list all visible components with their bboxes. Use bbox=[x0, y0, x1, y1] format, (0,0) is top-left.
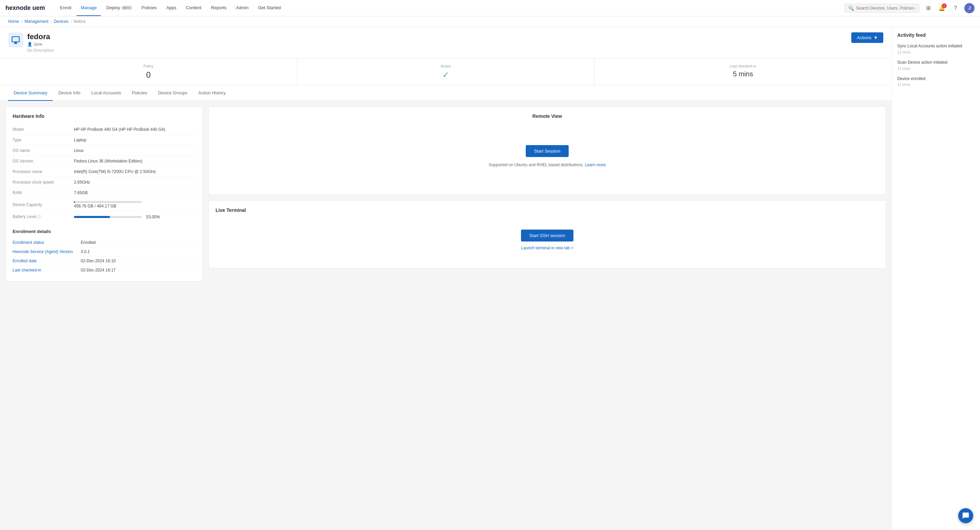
breadcrumb-sep-3: › bbox=[70, 19, 72, 24]
info-row-capacity: Device Capacity 458.76 GB / 464.17 GB bbox=[13, 198, 196, 212]
tab-policies[interactable]: Policies bbox=[126, 86, 153, 101]
nav-policies[interactable]: Policies bbox=[138, 0, 161, 16]
device-name: fedora bbox=[27, 32, 54, 41]
device-desc: No Description bbox=[27, 48, 54, 53]
remote-view-title: Remote View bbox=[533, 113, 562, 119]
info-val-procname: Intel(R) Core(TM) i5-7200U CPU @ 2.50GHz bbox=[74, 169, 196, 174]
notification-badge: 2 bbox=[942, 3, 947, 8]
info-val-ram: 7.65GB bbox=[74, 190, 196, 195]
feed-item-time-2: 11 mins bbox=[897, 67, 975, 70]
nav-enroll[interactable]: Enroll bbox=[56, 0, 75, 16]
actions-button[interactable]: Actions ▼ bbox=[851, 32, 883, 43]
grid-icon[interactable]: ⊞ bbox=[923, 3, 933, 13]
search-icon: 🔍 bbox=[848, 5, 854, 11]
enrollment-title: Enrollment details bbox=[13, 229, 196, 234]
enroll-row-status: Enrollment status Enrolled bbox=[13, 238, 196, 247]
notification-icon[interactable]: 🔔 2 bbox=[937, 3, 947, 13]
feed-item-text-1: Sync Local Accounts action initiated bbox=[897, 43, 975, 49]
info-key-procname: Processor name bbox=[13, 169, 74, 174]
hardware-card: Hardware Info Model HP HP ProBook 440 G4… bbox=[5, 106, 203, 282]
info-val-model: HP HP ProBook 440 G4 (HP HP ProBook 440 … bbox=[74, 127, 196, 132]
tab-device-groups[interactable]: Device Groups bbox=[153, 86, 193, 101]
breadcrumb-sep-1: › bbox=[21, 19, 22, 24]
tabs-bar: Device Summary Device Info Local Account… bbox=[0, 86, 891, 101]
info-val-battery: 53.00% bbox=[74, 215, 196, 220]
enroll-val-checkin: 02-Dec-2024 16:17 bbox=[81, 268, 196, 272]
top-nav: hexnode uem Enroll Manage Deploy BETA Po… bbox=[0, 0, 980, 16]
info-key-ram: RAM bbox=[13, 190, 74, 195]
device-icon bbox=[8, 32, 23, 47]
live-terminal-inner: Start SSH session Launch terminal in new… bbox=[216, 223, 879, 257]
launch-terminal-link[interactable]: Launch terminal in new tab > bbox=[521, 245, 573, 250]
nav-content[interactable]: Content bbox=[182, 0, 206, 16]
stat-policy-value: 0 bbox=[8, 70, 289, 80]
battery-text: 53.00% bbox=[146, 215, 160, 220]
nav-get-started[interactable]: Get Started bbox=[254, 0, 285, 16]
hardware-title: Hardware Info bbox=[13, 113, 196, 119]
feed-item-text-2: Scan Device action initiated bbox=[897, 60, 975, 65]
enroll-val-enrolled-date: 02-Dec-2024 16:10 bbox=[81, 258, 196, 263]
enroll-row-enrolled-date: Enrolled date 02-Dec-2024 16:10 bbox=[13, 256, 196, 266]
chevron-down-icon: ▼ bbox=[873, 35, 878, 40]
activity-feed: Activity feed Sync Local Accounts action… bbox=[891, 27, 980, 530]
info-key-model: Model bbox=[13, 127, 74, 132]
breadcrumb-devices[interactable]: Devices bbox=[54, 19, 68, 24]
start-ssh-button[interactable]: Start SSH session bbox=[521, 229, 573, 242]
stat-policy-label: Policy bbox=[8, 64, 289, 68]
enroll-key-agent: Hexnode Service (Agent) Version bbox=[13, 249, 81, 254]
info-row-battery: Battery Level ⓘ 53.00% bbox=[13, 212, 196, 222]
stat-active: Active ✓ bbox=[297, 59, 595, 85]
info-row-procclock: Processor clock speed 2.65GHz bbox=[13, 177, 196, 188]
breadcrumb-home[interactable]: Home bbox=[8, 19, 19, 24]
nav-manage[interactable]: Manage bbox=[76, 0, 101, 16]
tab-device-info[interactable]: Device Info bbox=[53, 86, 86, 101]
info-val-osversion: Fedora Linux 36 (Workstation Edition) bbox=[74, 159, 196, 164]
enroll-val-agent: 3.0.1 bbox=[81, 249, 196, 254]
user-icon: 👤 bbox=[27, 42, 32, 47]
main-layout: fedora 👤 Jane No Description Actions ▼ P… bbox=[0, 27, 980, 530]
help-icon[interactable]: ? bbox=[951, 3, 960, 13]
enroll-key-enrolled-date: Enrolled date bbox=[13, 258, 81, 263]
info-val-type: Laptop bbox=[74, 138, 196, 142]
info-val-procclock: 2.65GHz bbox=[74, 180, 196, 185]
device-info: fedora 👤 Jane No Description bbox=[27, 32, 54, 53]
battery-bar-fill bbox=[74, 216, 110, 218]
breadcrumb-management[interactable]: Management bbox=[24, 19, 48, 24]
info-key-osname: OS name bbox=[13, 148, 74, 153]
stat-active-value: ✓ bbox=[305, 70, 586, 80]
tab-device-summary[interactable]: Device Summary bbox=[8, 86, 53, 101]
remote-view-card: Remote View Start Session Supported on U… bbox=[208, 106, 886, 195]
nav-admin[interactable]: Admin bbox=[232, 0, 253, 16]
tab-action-history[interactable]: Action History bbox=[193, 86, 231, 101]
capacity-bar-container: 458.76 GB / 464.17 GB bbox=[74, 201, 196, 208]
nav-right: 🔍 ⊞ 🔔 2 ? J bbox=[845, 3, 975, 13]
right-panel: Remote View Start Session Supported on U… bbox=[208, 106, 886, 282]
enrollment-table: Enrollment status Enrolled Hexnode Servi… bbox=[13, 238, 196, 275]
content-area: fedora 👤 Jane No Description Actions ▼ P… bbox=[0, 27, 891, 530]
battery-bar bbox=[74, 216, 142, 218]
start-session-button[interactable]: Start Session bbox=[526, 145, 568, 157]
info-val-osname: Linux bbox=[74, 148, 196, 153]
body-panels: Hardware Info Model HP HP ProBook 440 G4… bbox=[0, 101, 891, 287]
feed-title: Activity feed bbox=[897, 32, 975, 38]
device-header-left: fedora 👤 Jane No Description bbox=[8, 32, 54, 53]
nav-reports[interactable]: Reports bbox=[207, 0, 231, 16]
enrollment-section: Enrollment details Enrollment status Enr… bbox=[13, 229, 196, 275]
stats-bar: Policy 0 Active ✓ Last checked-in 5 mins bbox=[0, 59, 891, 86]
info-key-type: Type bbox=[13, 138, 74, 142]
avatar[interactable]: J bbox=[964, 3, 975, 13]
stat-active-label: Active bbox=[305, 64, 586, 68]
capacity-text: 458.76 GB / 464.17 GB bbox=[74, 204, 196, 208]
nav-deploy[interactable]: Deploy BETA bbox=[102, 0, 136, 16]
info-icon: ⓘ bbox=[37, 215, 41, 219]
nav-apps[interactable]: Apps bbox=[162, 0, 180, 16]
learn-more-link[interactable]: Learn more bbox=[585, 162, 606, 167]
info-row-ram: RAM 7.65GB bbox=[13, 188, 196, 198]
device-user: 👤 Jane bbox=[27, 42, 54, 47]
live-terminal-title: Live Terminal bbox=[216, 207, 879, 213]
search-bar[interactable]: 🔍 bbox=[845, 4, 920, 13]
search-input[interactable] bbox=[856, 6, 916, 11]
feed-item-time-1: 11 mins bbox=[897, 50, 975, 54]
chat-icon-button[interactable] bbox=[958, 508, 973, 523]
tab-local-accounts[interactable]: Local Accounts bbox=[86, 86, 126, 101]
